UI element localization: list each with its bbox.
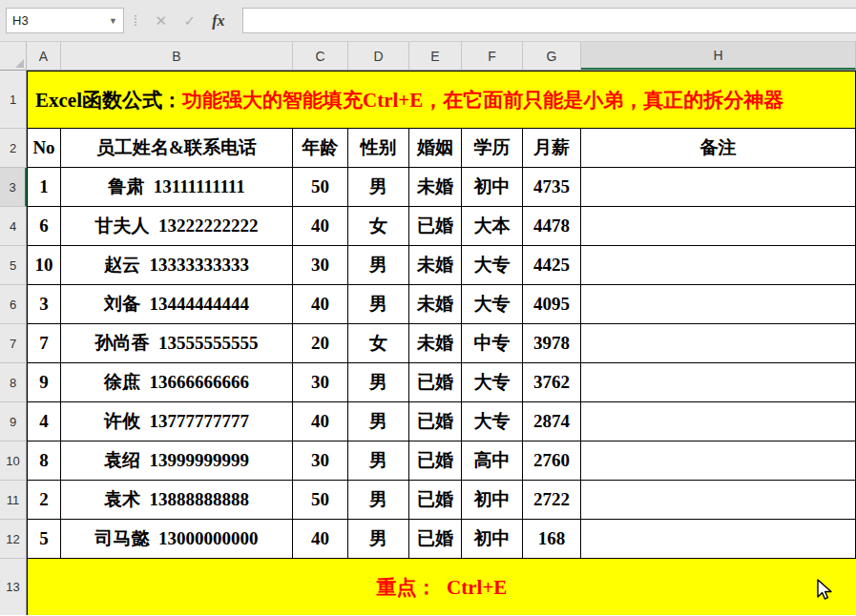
cell-D5[interactable]: 男 xyxy=(348,246,409,285)
cell-C4[interactable]: 40 xyxy=(293,207,348,246)
cell-D9[interactable]: 男 xyxy=(348,402,409,441)
cell-B4[interactable]: 甘夫人 13222222222 xyxy=(61,207,293,246)
cancel-icon[interactable]: ✕ xyxy=(147,8,176,33)
cell-B12[interactable]: 司马懿 13000000000 xyxy=(61,520,293,559)
cell-H4[interactable] xyxy=(581,207,856,246)
cell-A6[interactable]: 3 xyxy=(27,285,61,324)
cell-F3[interactable]: 初中 xyxy=(462,168,523,207)
cell-F12[interactable]: 初中 xyxy=(462,520,523,559)
cell-H9[interactable] xyxy=(581,402,856,441)
row-header-7[interactable]: 7 xyxy=(0,324,27,363)
column-header-A[interactable]: A xyxy=(27,42,61,70)
table-header-E[interactable]: 婚姻 xyxy=(409,129,462,168)
cell-C12[interactable]: 40 xyxy=(293,520,348,559)
cell-H5[interactable] xyxy=(581,246,856,285)
cell-D10[interactable]: 男 xyxy=(348,441,409,481)
cell-C5[interactable]: 30 xyxy=(293,246,348,285)
cell-F8[interactable]: 大专 xyxy=(462,363,523,402)
row-header-11[interactable]: 11 xyxy=(0,481,27,520)
row-header-9[interactable]: 9 xyxy=(0,402,27,441)
table-header-A[interactable]: No xyxy=(27,129,61,168)
cell-C10[interactable]: 30 xyxy=(293,441,348,481)
table-header-D[interactable]: 性别 xyxy=(348,129,409,168)
cell-B3[interactable]: 鲁肃 13111111111 xyxy=(61,168,293,207)
cell-F10[interactable]: 高中 xyxy=(462,441,523,481)
cell-E7[interactable]: 未婚 xyxy=(409,324,462,363)
cell-F6[interactable]: 大专 xyxy=(462,285,523,324)
cell-C3[interactable]: 50 xyxy=(293,168,348,207)
cell-A5[interactable]: 10 xyxy=(27,246,61,285)
cell-H12[interactable] xyxy=(581,520,856,559)
cell-G11[interactable]: 2722 xyxy=(523,481,581,520)
cell-C6[interactable]: 40 xyxy=(293,285,348,324)
cell-F11[interactable]: 初中 xyxy=(462,481,523,520)
cell-E5[interactable]: 未婚 xyxy=(409,246,462,285)
cell-H8[interactable] xyxy=(581,363,856,402)
cell-G6[interactable]: 4095 xyxy=(523,285,581,324)
cell-A11[interactable]: 2 xyxy=(27,481,61,520)
cell-G9[interactable]: 2874 xyxy=(523,402,581,441)
cell-E3[interactable]: 未婚 xyxy=(409,168,462,207)
table-header-H[interactable]: 备注 xyxy=(581,129,856,168)
cell-H10[interactable] xyxy=(581,441,856,481)
cell-G4[interactable]: 4478 xyxy=(523,207,581,246)
column-header-E[interactable]: E xyxy=(409,42,462,70)
row-header-13[interactable]: 13 xyxy=(0,559,27,615)
row-header-5[interactable]: 5 xyxy=(0,246,27,285)
cell-C8[interactable]: 30 xyxy=(293,363,348,402)
cell-D12[interactable]: 男 xyxy=(348,520,409,559)
column-header-B[interactable]: B xyxy=(61,42,293,70)
cell-A9[interactable]: 4 xyxy=(27,402,61,441)
row-header-6[interactable]: 6 xyxy=(0,285,27,324)
table-header-F[interactable]: 学历 xyxy=(462,129,523,168)
cell-B10[interactable]: 袁绍 13999999999 xyxy=(61,441,293,481)
cell-F4[interactable]: 大本 xyxy=(462,207,523,246)
cell-H11[interactable] xyxy=(581,481,856,520)
cell-B8[interactable]: 徐庶 13666666666 xyxy=(61,363,293,402)
cell-E8[interactable]: 已婚 xyxy=(409,363,462,402)
table-header-G[interactable]: 月薪 xyxy=(523,129,581,168)
row-header-2[interactable]: 2 xyxy=(0,129,27,168)
cell-E10[interactable]: 已婚 xyxy=(409,441,462,481)
cell-D6[interactable]: 男 xyxy=(348,285,409,324)
cell-A12[interactable]: 5 xyxy=(27,520,61,559)
cell-E12[interactable]: 已婚 xyxy=(409,520,462,559)
cell-G3[interactable]: 4735 xyxy=(523,168,581,207)
table-header-C[interactable]: 年龄 xyxy=(293,129,348,168)
cell-E4[interactable]: 已婚 xyxy=(409,207,462,246)
cell-G12[interactable]: 168 xyxy=(523,520,581,559)
column-header-D[interactable]: D xyxy=(348,42,409,70)
table-header-B[interactable]: 员工姓名&联系电话 xyxy=(61,129,293,168)
column-header-F[interactable]: F xyxy=(462,42,523,70)
enter-icon[interactable]: ✓ xyxy=(176,8,204,33)
column-header-H[interactable]: H xyxy=(581,42,856,70)
cell-F9[interactable]: 大专 xyxy=(462,402,523,441)
footer-cell[interactable]: 重点： Ctrl+E xyxy=(27,559,856,615)
row-header-12[interactable]: 12 xyxy=(0,520,27,559)
cell-D7[interactable]: 女 xyxy=(348,324,409,363)
cell-G5[interactable]: 4425 xyxy=(523,246,581,285)
cell-C7[interactable]: 20 xyxy=(293,324,348,363)
cell-D8[interactable]: 男 xyxy=(348,363,409,402)
name-box[interactable]: H3 ▼ xyxy=(6,8,124,33)
row-header-3[interactable]: 3 xyxy=(0,168,27,207)
row-header-4[interactable]: 4 xyxy=(0,207,27,246)
cell-A4[interactable]: 6 xyxy=(27,207,61,246)
cell-G8[interactable]: 3762 xyxy=(523,363,581,402)
column-header-C[interactable]: C xyxy=(293,42,348,70)
banner-cell[interactable]: Excel函数公式： 功能强大的智能填充Ctrl+E，在它面前只能是小弟，真正的… xyxy=(27,71,856,129)
formula-input[interactable] xyxy=(242,8,856,33)
cell-B7[interactable]: 孙尚香 13555555555 xyxy=(61,324,293,363)
cell-E9[interactable]: 已婚 xyxy=(409,402,462,441)
row-header-1[interactable]: 1 xyxy=(0,71,27,129)
row-header-8[interactable]: 8 xyxy=(0,363,27,402)
cell-B11[interactable]: 袁术 13888888888 xyxy=(61,481,293,520)
cell-D3[interactable]: 男 xyxy=(348,168,409,207)
select-all-corner[interactable] xyxy=(0,42,27,70)
column-header-G[interactable]: G xyxy=(523,42,581,70)
cell-H3[interactable] xyxy=(581,168,856,207)
cell-C11[interactable]: 50 xyxy=(293,481,348,520)
cell-C9[interactable]: 40 xyxy=(293,402,348,441)
cell-B5[interactable]: 赵云 13333333333 xyxy=(61,246,293,285)
cell-G7[interactable]: 3978 xyxy=(523,324,581,363)
